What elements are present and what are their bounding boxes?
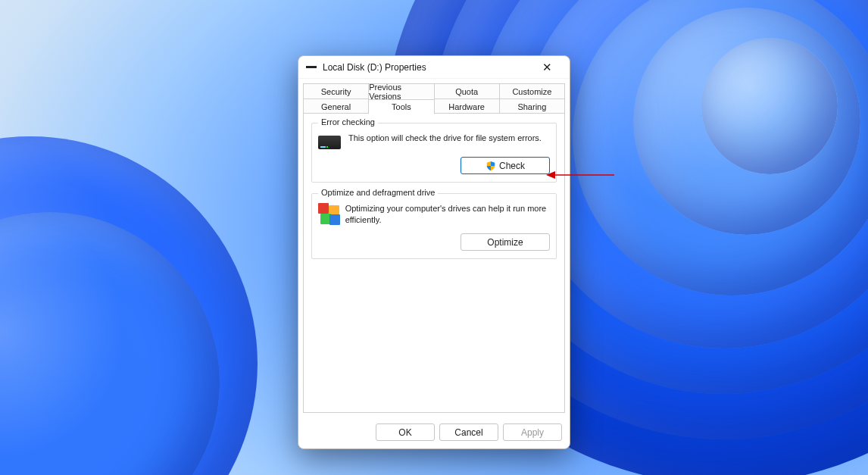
group-error-checking: Error checking This option will check th… [311, 123, 557, 183]
dialog-footer: OK Cancel Apply [298, 417, 570, 448]
cancel-button[interactable]: Cancel [439, 423, 498, 441]
tab-sharing[interactable]: Sharing [499, 98, 565, 114]
close-button[interactable]: ✕ [530, 57, 564, 78]
group-legend: Optimize and defragment drive [318, 188, 438, 197]
annotation-arrow [546, 170, 614, 180]
group-legend: Error checking [318, 117, 378, 127]
tab-security[interactable]: Security [303, 83, 369, 98]
defrag-icon [318, 203, 338, 226]
drive-icon [318, 136, 341, 149]
uac-shield-icon [486, 161, 496, 171]
system-icon [306, 66, 317, 68]
optimize-button-label: Optimize [487, 237, 523, 248]
optimize-description: Optimizing your computer's drives can he… [345, 203, 550, 226]
tab-row-2: General Tools Hardware Sharing [303, 98, 565, 114]
close-icon: ✕ [542, 61, 552, 73]
check-button-label: Check [499, 161, 525, 171]
group-optimize: Optimize and defragment drive Optimizing… [311, 193, 557, 259]
tab-hardware[interactable]: Hardware [434, 98, 500, 114]
optimize-button[interactable]: Optimize [461, 233, 550, 251]
apply-button[interactable]: Apply [503, 423, 562, 441]
error-checking-description: This option will check the drive for fil… [348, 133, 542, 144]
check-button[interactable]: Check [461, 157, 550, 174]
tab-row-1: Security Previous Versions Quota Customi… [303, 83, 565, 98]
tab-general[interactable]: General [303, 98, 369, 114]
ok-button[interactable]: OK [376, 423, 435, 441]
svg-marker-1 [546, 171, 555, 179]
tab-panel-tools: Error checking This option will check th… [303, 113, 565, 413]
titlebar[interactable]: Local Disk (D:) Properties ✕ [298, 56, 570, 79]
tab-tools[interactable]: Tools [368, 99, 434, 114]
properties-dialog: Local Disk (D:) Properties ✕ Security Pr… [298, 55, 570, 449]
tab-previous-versions[interactable]: Previous Versions [368, 83, 434, 98]
window-title: Local Disk (D:) Properties [323, 62, 530, 73]
tab-customize[interactable]: Customize [499, 83, 565, 98]
tab-quota[interactable]: Quota [434, 83, 500, 98]
tab-strip: Security Previous Versions Quota Customi… [298, 79, 570, 114]
